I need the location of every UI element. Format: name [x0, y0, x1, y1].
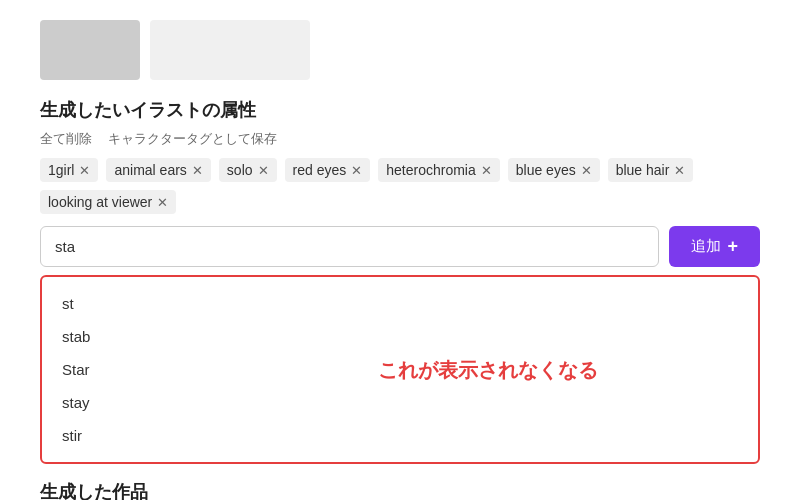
- bottom-section-title: 生成した作品: [40, 480, 760, 500]
- tag-remove-button[interactable]: ✕: [674, 164, 685, 177]
- tag-remove-button[interactable]: ✕: [258, 164, 269, 177]
- input-row: 追加 +: [40, 226, 760, 267]
- tag-label: 1girl: [48, 162, 74, 178]
- tag-label: solo: [227, 162, 253, 178]
- autocomplete-item[interactable]: Star: [42, 353, 758, 386]
- image-placeholder: [150, 20, 310, 80]
- action-links: 全て削除 キャラクタータグとして保存: [40, 130, 760, 148]
- tag-item: 1girl✕: [40, 158, 98, 182]
- save-as-character-link[interactable]: キャラクタータグとして保存: [108, 130, 277, 148]
- section-title: 生成したいイラストの属性: [40, 98, 760, 122]
- tag-item: blue hair✕: [608, 158, 694, 182]
- top-image-row: [40, 20, 760, 80]
- tag-label: red eyes: [293, 162, 347, 178]
- tag-item: heterochromia✕: [378, 158, 500, 182]
- tag-remove-button[interactable]: ✕: [481, 164, 492, 177]
- add-icon: +: [727, 236, 738, 257]
- image-thumbnail: [40, 20, 140, 80]
- autocomplete-item[interactable]: st: [42, 287, 758, 320]
- tag-label: looking at viewer: [48, 194, 152, 210]
- tag-label: blue eyes: [516, 162, 576, 178]
- tag-remove-button[interactable]: ✕: [351, 164, 362, 177]
- autocomplete-item[interactable]: stab: [42, 320, 758, 353]
- page-wrapper: 生成したいイラストの属性 全て削除 キャラクタータグとして保存 1girl✕an…: [0, 0, 800, 500]
- tag-label: blue hair: [616, 162, 670, 178]
- tag-remove-button[interactable]: ✕: [79, 164, 90, 177]
- autocomplete-dropdown: これが表示されなくなる ststabStarstaystir: [40, 275, 760, 464]
- tag-item: looking at viewer✕: [40, 190, 176, 214]
- tags-container: 1girl✕animal ears✕solo✕red eyes✕heteroch…: [40, 158, 760, 214]
- autocomplete-item[interactable]: stay: [42, 386, 758, 419]
- tag-remove-button[interactable]: ✕: [192, 164, 203, 177]
- add-button-label: 追加: [691, 237, 721, 256]
- autocomplete-item[interactable]: stir: [42, 419, 758, 452]
- tag-item: animal ears✕: [106, 158, 210, 182]
- tag-remove-button[interactable]: ✕: [581, 164, 592, 177]
- tag-input[interactable]: [40, 226, 659, 267]
- tag-label: animal ears: [114, 162, 186, 178]
- tag-remove-button[interactable]: ✕: [157, 196, 168, 209]
- tag-item: blue eyes✕: [508, 158, 600, 182]
- tag-item: red eyes✕: [285, 158, 371, 182]
- add-button[interactable]: 追加 +: [669, 226, 760, 267]
- delete-all-link[interactable]: 全て削除: [40, 130, 92, 148]
- tag-item: solo✕: [219, 158, 277, 182]
- tag-label: heterochromia: [386, 162, 476, 178]
